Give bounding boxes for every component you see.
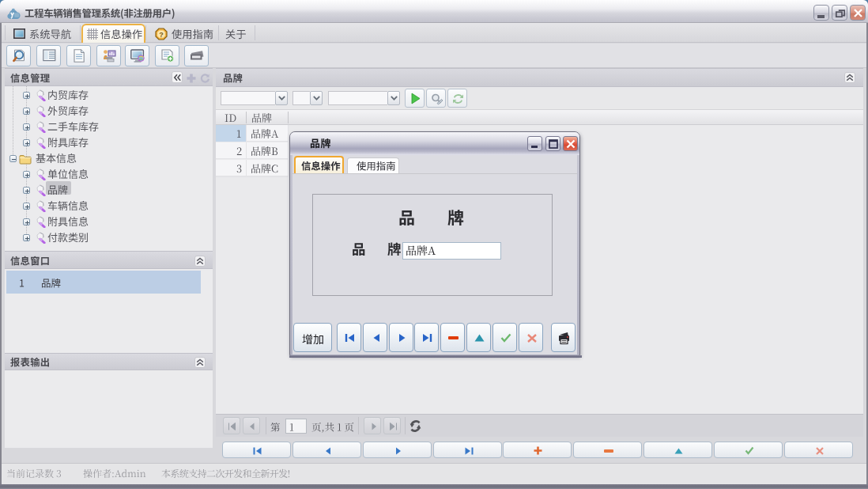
svg-text:?: ? (159, 31, 164, 39)
